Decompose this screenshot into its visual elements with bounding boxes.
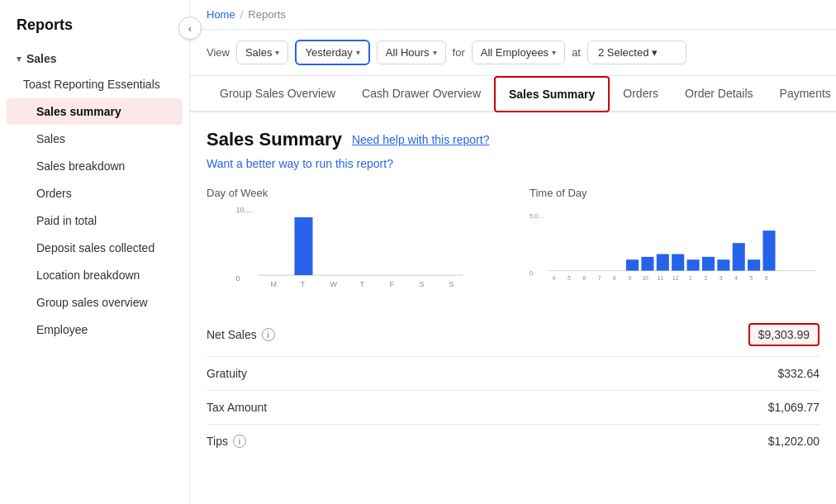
svg-rect-34 [762,231,775,270]
svg-text:F: F [390,280,395,288]
sidebar-item-orders[interactable]: Orders [7,180,183,207]
tab-cash-drawer-overview[interactable]: Cash Drawer Overview [349,77,494,112]
svg-rect-26 [641,257,653,271]
tab-order-details[interactable]: Order Details [672,77,766,112]
time-of-day-title: Time of Day [530,187,819,199]
svg-text:10,...: 10,... [236,206,253,214]
location-select-arrow: ▾ [652,46,658,59]
svg-text:0: 0 [530,269,533,277]
view-label: View [207,46,230,59]
sidebar-sales-section: ▾ Sales Toast Reporting Essentials Sales… [0,42,189,349]
tab-orders[interactable]: Orders [610,77,672,112]
tab-group-sales-overview[interactable]: Group Sales Overview [207,77,349,112]
hours-select[interactable]: All Hours ▾ [377,40,446,64]
view-select[interactable]: Sales ▾ [236,40,289,64]
sidebar-section-label: Sales [26,52,57,65]
sidebar-item-sales-breakdown[interactable]: Sales breakdown [7,153,183,179]
content-area: Sales Summary Need help with this report… [190,112,836,504]
help-link[interactable]: Need help with this report? [352,133,490,146]
tips-info-icon[interactable]: i [233,435,246,448]
svg-text:0: 0 [236,274,240,283]
metrics-table-wrapper: Net Sales i $9,303.99 Gratuity $332.64 T… [207,313,819,458]
svg-rect-33 [748,259,760,270]
table-row-net-sales: Net Sales i $9,303.99 [207,313,819,357]
breadcrumb-home-link[interactable]: Home [207,8,235,21]
svg-text:S: S [449,280,454,288]
gratuity-label: Gratuity [207,367,777,380]
svg-text:5,0...: 5,0... [530,212,544,220]
svg-text:2: 2 [704,275,707,281]
svg-rect-4 [295,217,313,275]
svg-text:S: S [420,280,425,288]
svg-text:8: 8 [613,275,616,281]
sidebar: Reports ▾ Sales Toast Reporting Essentia… [0,0,190,504]
svg-text:12: 12 [672,275,679,281]
net-sales-value: $9,303.99 [748,323,819,346]
sidebar-item-location-breakdown[interactable]: Location breakdown [7,262,183,288]
svg-rect-32 [733,243,745,270]
breadcrumb-separator: / [240,8,244,21]
svg-rect-31 [717,259,729,270]
svg-text:M: M [271,280,278,288]
svg-text:4: 4 [553,275,556,281]
tips-text: Tips [207,435,228,448]
svg-rect-30 [702,257,715,271]
svg-text:4: 4 [734,275,738,281]
svg-text:W: W [330,280,338,288]
net-sales-label: Net Sales i [207,328,748,341]
svg-text:6: 6 [765,275,768,281]
svg-text:11: 11 [658,275,664,281]
time-of-day-area: 5,0... 0 [530,202,819,293]
svg-rect-28 [672,254,684,271]
tax-amount-label: Tax Amount [207,401,768,414]
svg-text:5: 5 [750,275,753,281]
sidebar-item-paid-in-total[interactable]: Paid in total [7,207,183,234]
tips-label: Tips i [207,435,768,448]
better-way-link[interactable]: Want a better way to run this report? [207,157,819,170]
day-of-week-chart: Day of Week 10,... 0 [207,187,496,293]
main-panel: Home / Reports View Sales ▾ Yesterday ▾ … [190,0,836,504]
sidebar-item-group-sales[interactable]: Group sales overview [7,289,183,316]
svg-text:T: T [360,280,365,288]
location-select[interactable]: 2 Selected ▾ [587,40,686,64]
hours-select-value: All Hours [386,46,430,59]
sidebar-item-employee[interactable]: Employee [7,316,183,343]
period-select-arrow: ▾ [356,48,360,57]
net-sales-text: Net Sales [207,328,257,341]
time-of-day-svg: 5,0... 0 [530,202,819,293]
content-title-row: Sales Summary Need help with this report… [207,129,819,150]
gratuity-value: $332.64 [777,367,819,380]
view-select-arrow: ▾ [275,48,279,57]
period-select[interactable]: Yesterday ▾ [295,40,369,65]
at-label: at [572,46,581,59]
tab-payments[interactable]: Payments [767,77,836,112]
net-sales-info-icon[interactable]: i [262,328,275,341]
breadcrumb: Home / Reports [190,0,836,30]
day-of-week-title: Day of Week [207,187,496,199]
employees-select[interactable]: All Employees ▾ [472,40,565,64]
svg-rect-27 [657,254,669,271]
svg-rect-29 [687,259,700,270]
sidebar-title: Reports [0,0,189,42]
svg-text:6: 6 [582,275,586,281]
svg-text:3: 3 [720,275,723,281]
svg-text:9: 9 [629,275,632,281]
sidebar-item-toast-reporting[interactable]: Toast Reporting Essentials [7,71,183,97]
sidebar-item-deposit-sales[interactable]: Deposit sales collected [7,235,183,261]
hours-select-arrow: ▾ [433,48,437,57]
tab-sales-summary[interactable]: Sales Summary [494,76,610,112]
sidebar-item-sales-summary[interactable]: Sales summary [7,98,183,125]
metrics-table: Net Sales i $9,303.99 Gratuity $332.64 T… [207,313,819,458]
svg-text:10: 10 [642,275,648,281]
view-select-value: Sales [245,46,273,59]
employees-select-arrow: ▾ [552,48,556,57]
svg-text:7: 7 [598,275,601,281]
sidebar-item-sales[interactable]: Sales [7,126,183,152]
tips-value: $1,202.00 [768,435,819,448]
sidebar-section-header-sales[interactable]: ▾ Sales [0,47,189,70]
day-of-week-area: 10,... 0 [207,202,496,293]
sidebar-collapse-button[interactable]: ‹ [178,17,202,40]
filter-bar: View Sales ▾ Yesterday ▾ All Hours ▾ for… [190,30,836,76]
page-title: Sales Summary [207,129,342,150]
svg-rect-25 [626,259,639,270]
